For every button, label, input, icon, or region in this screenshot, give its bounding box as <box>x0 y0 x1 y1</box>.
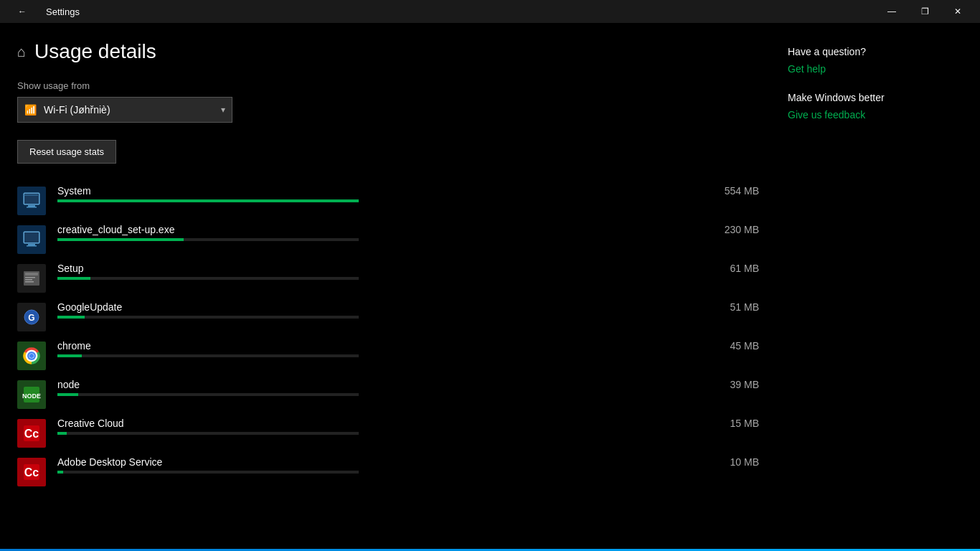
svg-rect-11 <box>25 277 35 278</box>
list-item: Cc Creative Cloud 15 MB <box>17 413 759 452</box>
app-icon-node: NODE <box>17 380 46 409</box>
app-icon-creative-cloud-setup <box>17 225 46 254</box>
svg-rect-6 <box>24 232 39 242</box>
svg-rect-13 <box>25 281 34 283</box>
app-size: 230 MB <box>709 224 759 235</box>
app-list: System 554 MB creative_cloud_set-up.exe … <box>17 181 759 491</box>
list-item: Cc Adobe Desktop Service 10 MB <box>17 452 759 491</box>
app-name: creative_cloud_set-up.exe <box>57 224 174 235</box>
sidebar-have-question-heading: Have a question? <box>788 46 946 57</box>
title-bar-title: Settings <box>46 6 80 17</box>
page-title-row: ⌂ Usage details <box>17 40 759 63</box>
content-area: ⌂ Usage details Show usage from 📶 Wi-Fi … <box>17 40 788 534</box>
app-name: Setup <box>57 263 84 274</box>
list-item: G GoogleUpdate 51 MB <box>17 297 759 336</box>
svg-text:NODE: NODE <box>22 392 41 400</box>
app-name-row: System 554 MB <box>57 185 759 197</box>
svg-rect-12 <box>25 279 32 281</box>
title-bar-controls: — ❐ ✕ <box>875 0 974 23</box>
list-item: creative_cloud_set-up.exe 230 MB <box>17 220 759 258</box>
app-icon-setup <box>17 264 46 293</box>
svg-rect-8 <box>27 245 37 247</box>
app-info: chrome 45 MB <box>57 340 759 357</box>
app-info: System 554 MB <box>57 185 759 202</box>
app-size: 15 MB <box>709 418 759 429</box>
svg-rect-10 <box>25 273 38 276</box>
app-info: creative_cloud_set-up.exe 230 MB <box>57 224 759 241</box>
app-name-row: creative_cloud_set-up.exe 230 MB <box>57 224 759 235</box>
svg-rect-3 <box>28 205 35 207</box>
reset-usage-button[interactable]: Reset usage stats <box>17 140 116 164</box>
title-bar-left: ← Settings <box>6 0 80 23</box>
app-name: GoogleUpdate <box>57 301 122 313</box>
app-name-row: Creative Cloud 15 MB <box>57 418 759 429</box>
app-icon-system <box>17 187 46 215</box>
app-info: GoogleUpdate 51 MB <box>57 301 759 319</box>
restore-button[interactable]: ❐ <box>908 0 941 23</box>
app-name: System <box>57 185 91 197</box>
svg-text:Cc: Cc <box>24 428 39 440</box>
sidebar-help-section: Have a question? Get help <box>788 46 946 75</box>
close-button[interactable]: ✕ <box>941 0 974 23</box>
app-bar-bg <box>57 199 359 202</box>
app-info: node 39 MB <box>57 379 759 396</box>
svg-point-19 <box>29 354 34 358</box>
app-bar-fill <box>57 471 63 474</box>
app-name-row: node 39 MB <box>57 379 759 390</box>
sidebar-feedback-section: Make Windows better Give us feedback <box>788 92 946 121</box>
app-icon-creative-cloud: Cc <box>17 419 46 448</box>
app-name: node <box>57 379 80 390</box>
app-name: Adobe Desktop Service <box>57 456 162 468</box>
network-dropdown-wrapper: 📶 Wi-Fi (Jøhřniè) ▾ <box>17 97 232 123</box>
app-bar-fill <box>57 432 67 435</box>
page-title: Usage details <box>34 40 156 63</box>
home-icon[interactable]: ⌂ <box>17 44 26 60</box>
app-bar-fill <box>57 393 78 396</box>
minimize-button[interactable]: — <box>875 0 908 23</box>
app-bar-fill <box>57 277 90 280</box>
app-bar-bg <box>57 238 359 241</box>
app-name-row: chrome 45 MB <box>57 340 759 352</box>
title-bar: ← Settings — ❐ ✕ <box>0 0 980 23</box>
network-dropdown[interactable]: Wi-Fi (Jøhřniè) <box>17 97 232 123</box>
get-help-link[interactable]: Get help <box>788 63 946 75</box>
app-icon-adobe-desktop: Cc <box>17 458 46 486</box>
list-item: chrome 45 MB <box>17 336 759 375</box>
app-bar-bg <box>57 432 359 435</box>
app-bar-fill <box>57 316 85 319</box>
app-icon-google-update: G <box>17 303 46 331</box>
app-bar-fill <box>57 354 82 357</box>
svg-text:Cc: Cc <box>24 466 39 479</box>
app-size: 45 MB <box>709 340 759 352</box>
app-info: Setup 61 MB <box>57 263 759 280</box>
list-item: Setup 61 MB <box>17 258 759 297</box>
app-size: 554 MB <box>709 185 759 197</box>
show-usage-label: Show usage from <box>17 80 759 91</box>
app-bar-bg <box>57 316 359 319</box>
app-info: Creative Cloud 15 MB <box>57 418 759 435</box>
app-bar-bg <box>57 393 359 396</box>
app-size: 10 MB <box>709 456 759 468</box>
app-name: chrome <box>57 340 91 352</box>
app-size: 39 MB <box>709 379 759 390</box>
app-bar-fill <box>57 199 359 202</box>
app-name-row: Adobe Desktop Service 10 MB <box>57 456 759 468</box>
app-name-row: GoogleUpdate 51 MB <box>57 301 759 313</box>
sidebar: Have a question? Get help Make Windows b… <box>788 40 946 534</box>
main-container: ⌂ Usage details Show usage from 📶 Wi-Fi … <box>0 23 980 551</box>
list-item: NODE node 39 MB <box>17 375 759 413</box>
app-name: Creative Cloud <box>57 418 124 429</box>
back-button[interactable]: ← <box>6 0 39 23</box>
svg-rect-4 <box>27 207 37 208</box>
svg-text:G: G <box>28 313 34 323</box>
app-name-row: Setup 61 MB <box>57 263 759 274</box>
app-info: Adobe Desktop Service 10 MB <box>57 456 759 474</box>
svg-rect-7 <box>28 244 35 245</box>
app-size: 51 MB <box>709 301 759 313</box>
list-item: System 554 MB <box>17 181 759 220</box>
app-bar-bg <box>57 471 359 474</box>
app-bar-bg <box>57 354 359 357</box>
app-size: 61 MB <box>709 263 759 274</box>
give-feedback-link[interactable]: Give us feedback <box>788 109 946 121</box>
app-icon-chrome <box>17 342 46 370</box>
